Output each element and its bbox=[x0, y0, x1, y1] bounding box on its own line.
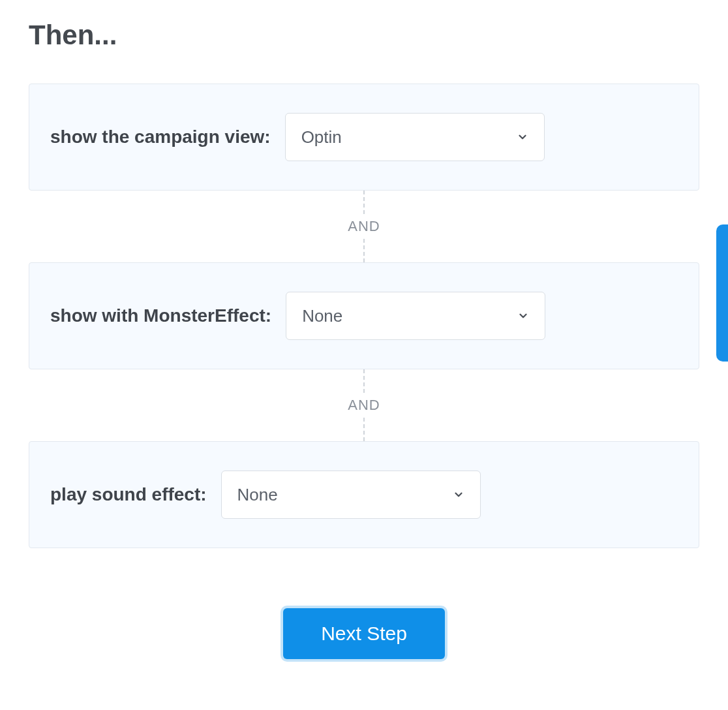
connector-line bbox=[363, 191, 365, 214]
select-value: None bbox=[302, 306, 342, 326]
action-label: play sound effect: bbox=[50, 484, 207, 505]
next-step-button[interactable]: Next Step bbox=[283, 608, 445, 659]
side-tab[interactable] bbox=[716, 224, 728, 362]
select-value: None bbox=[237, 485, 278, 505]
sound-effect-select[interactable]: None bbox=[221, 471, 481, 519]
action-label: show with MonsterEffect: bbox=[50, 305, 271, 326]
connector: AND bbox=[29, 191, 699, 262]
connector-line bbox=[363, 369, 365, 393]
chevron-down-icon bbox=[453, 489, 464, 501]
connector-line bbox=[363, 239, 365, 262]
chevron-down-icon bbox=[517, 131, 528, 143]
chevron-down-icon bbox=[517, 310, 529, 322]
action-row-sound-effect: play sound effect: None bbox=[29, 441, 699, 548]
action-label: show the campaign view: bbox=[50, 127, 271, 147]
connector: AND bbox=[29, 369, 699, 441]
connector-label: AND bbox=[348, 214, 380, 239]
section-heading: Then... bbox=[29, 20, 699, 51]
campaign-view-select[interactable]: Optin bbox=[285, 113, 545, 161]
monster-effect-select[interactable]: None bbox=[286, 292, 545, 340]
action-row-monster-effect: show with MonsterEffect: None bbox=[29, 262, 699, 369]
select-value: Optin bbox=[301, 127, 342, 147]
action-row-campaign-view: show the campaign view: Optin bbox=[29, 84, 699, 191]
connector-line bbox=[363, 418, 365, 441]
connector-label: AND bbox=[348, 393, 380, 418]
